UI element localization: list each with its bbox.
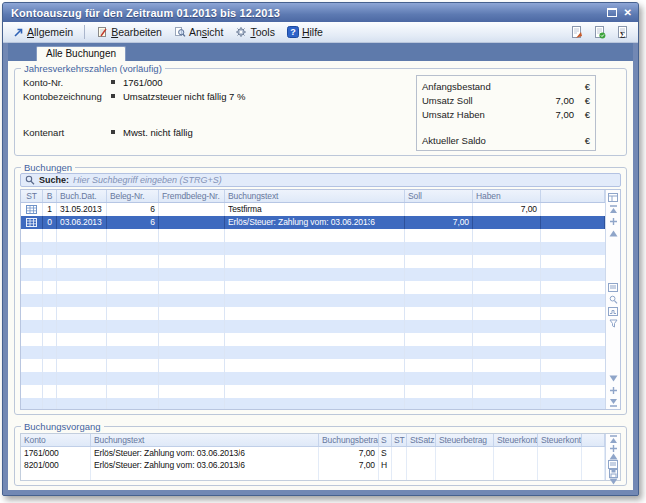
col-header-belegnr[interactable]: Beleg-Nr. <box>107 190 159 202</box>
arrow-northeast-icon <box>13 27 24 38</box>
empty-row[interactable] <box>21 333 605 346</box>
summary-aktueller-saldo: Aktueller Saldo € <box>422 133 590 147</box>
search-input[interactable] <box>73 174 616 186</box>
titlebar[interactable]: Kontoauszug für den Zeitraum 01.2013 bis… <box>3 3 638 22</box>
magnifier-page-icon <box>174 26 186 38</box>
col-header-buchungstext[interactable]: Buchungstext <box>225 190 405 202</box>
filter-icon[interactable] <box>607 318 620 330</box>
empty-row[interactable] <box>21 398 605 409</box>
tab-alle-buchungen[interactable]: Alle Buchungen <box>36 46 126 61</box>
vorgang-row[interactable]: 8201/000 Erlös/Steuer: Zahlung vom: 03.0… <box>21 459 605 471</box>
account-fields: Konto-Nr. 1761/000 Kontobezeichnung Umsa… <box>23 75 416 151</box>
append-icon[interactable] <box>607 384 620 396</box>
col-header-st[interactable]: ST <box>21 190 43 202</box>
menu-label: Allgemein <box>27 26 73 38</box>
tab-page: Jahresverkehrszahlen (vorläufig) Konto-N… <box>8 61 633 490</box>
b-cell: 1 <box>43 203 57 216</box>
table-icon <box>26 205 37 214</box>
buchdat-cell: 03.06.2013 <box>57 216 107 229</box>
search-icon[interactable] <box>607 294 620 306</box>
insert-icon[interactable] <box>607 444 620 453</box>
details-icon[interactable] <box>607 460 620 469</box>
gear-icon <box>235 26 247 38</box>
bullet-icon <box>111 80 115 84</box>
summary-umsatz-soll: Umsatz Soll 7,00 € <box>422 93 590 107</box>
insert-icon[interactable] <box>607 215 620 227</box>
groupbox-legend: Buchungen <box>21 162 75 173</box>
empty-row[interactable] <box>21 281 605 294</box>
col-header-buchungsbetrag[interactable]: Buchungsbetrag <box>319 434 379 446</box>
menu-label: Ansicht <box>189 26 223 38</box>
save-icon[interactable] <box>607 469 620 478</box>
search-label: Suche: <box>39 175 69 185</box>
vorgang-header-row: Konto Buchungstext Buchungsbetrag S ST S… <box>21 434 605 447</box>
empty-row[interactable] <box>21 320 605 333</box>
close-icon[interactable]: ✕ <box>624 8 632 18</box>
col-header-steuerkonto2[interactable]: Steuerkonto 2 <box>538 434 582 446</box>
prev-row-icon[interactable] <box>607 453 620 460</box>
column-chooser-icon[interactable] <box>607 191 620 203</box>
empty-row[interactable] <box>21 346 605 359</box>
doc-export-button[interactable] <box>567 24 586 41</box>
col-header-b[interactable]: B <box>43 190 57 202</box>
col-header-haben[interactable]: Haben <box>473 190 541 202</box>
empty-row[interactable] <box>21 372 605 385</box>
buchung-row[interactable]: 1 31.05.2013 6 Testfirma 7,00 <box>21 203 605 216</box>
col-header-stsatz[interactable]: StSatz <box>407 434 436 446</box>
grid-navigator <box>605 434 620 480</box>
empty-row[interactable] <box>21 268 605 281</box>
menu-hilfe[interactable]: ? Hilfe <box>283 25 327 39</box>
first-row-icon[interactable] <box>607 435 620 444</box>
empty-row[interactable] <box>21 307 605 320</box>
col-header-steuerkonto1[interactable]: Steuerkonto 1 <box>494 434 538 446</box>
table-icon <box>26 218 37 227</box>
first-row-icon[interactable] <box>607 203 620 215</box>
doc-sigma-button[interactable]: Σ <box>613 24 632 41</box>
col-header-st[interactable]: ST <box>392 434 407 446</box>
col-header-steuerbetrag[interactable]: Steuerbetrag <box>436 434 494 446</box>
details-icon[interactable] <box>607 282 620 294</box>
konto-cell: 8201/000 <box>21 459 91 471</box>
doc-check-button[interactable] <box>590 24 609 41</box>
buchung-row-selected[interactable]: 0 03.06.2013 6 Erlös/Steuer: Zahlung vom… <box>21 216 605 229</box>
kontoauszug-window: Kontoauszug für den Zeitraum 01.2013 bis… <box>2 2 639 496</box>
betrag-cell: 7,00 <box>319 459 379 471</box>
col-header-fremdbelegnr[interactable]: Fremdbeleg-Nr. <box>159 190 225 202</box>
next-row-icon[interactable] <box>607 372 620 384</box>
empty-row[interactable] <box>21 255 605 268</box>
stsatz-cell <box>407 447 436 459</box>
empty-row[interactable] <box>21 471 605 480</box>
field-kontenart: Kontenart Mwst. nicht fällig <box>23 125 416 139</box>
search-icon <box>25 175 35 185</box>
col-header-buchdat[interactable]: Buch.Dat. <box>57 190 107 202</box>
empty-row[interactable] <box>21 385 605 398</box>
st-cell <box>392 447 407 459</box>
next-row-icon[interactable] <box>607 478 620 485</box>
belegnr-cell: 6 <box>107 216 159 229</box>
col-header-konto[interactable]: Konto <box>21 434 91 446</box>
buchungstext-cell: Testfirma <box>225 203 405 216</box>
col-header-s[interactable]: S <box>379 434 392 446</box>
menu-ansicht[interactable]: Ansicht <box>170 25 227 39</box>
b-cell: 0 <box>43 216 57 229</box>
last-row-icon[interactable] <box>607 396 620 408</box>
bullet-icon <box>111 94 115 98</box>
groupbox-jahresverkehrszahlen: Jahresverkehrszahlen (vorläufig) Konto-N… <box>14 68 627 156</box>
buchungen-grid: ST B Buch.Dat. Beleg-Nr. Fremdbeleg-Nr. … <box>20 189 621 410</box>
vorgang-row[interactable]: 1761/000 Erlös/Steuer: Zahlung vom: 03.0… <box>21 447 605 459</box>
empty-row[interactable] <box>21 359 605 372</box>
empty-row[interactable] <box>21 229 605 242</box>
fremdbeleg-cell <box>159 216 225 229</box>
steuerkonto1-cell <box>494 459 538 471</box>
empty-row[interactable] <box>21 242 605 255</box>
s-cell: S <box>379 447 392 459</box>
col-header-buchungstext[interactable]: Buchungstext <box>91 434 319 446</box>
menu-bearbeiten[interactable]: Bearbeiten <box>92 25 166 39</box>
menu-tools[interactable]: Tools <box>231 25 279 39</box>
col-header-soll[interactable]: Soll <box>405 190 473 202</box>
prev-row-icon[interactable] <box>607 227 620 239</box>
empty-row[interactable] <box>21 294 605 307</box>
restore-icon[interactable] <box>607 8 617 17</box>
sum-icon[interactable] <box>607 306 620 318</box>
menu-allgemein[interactable]: Allgemein <box>9 25 77 39</box>
